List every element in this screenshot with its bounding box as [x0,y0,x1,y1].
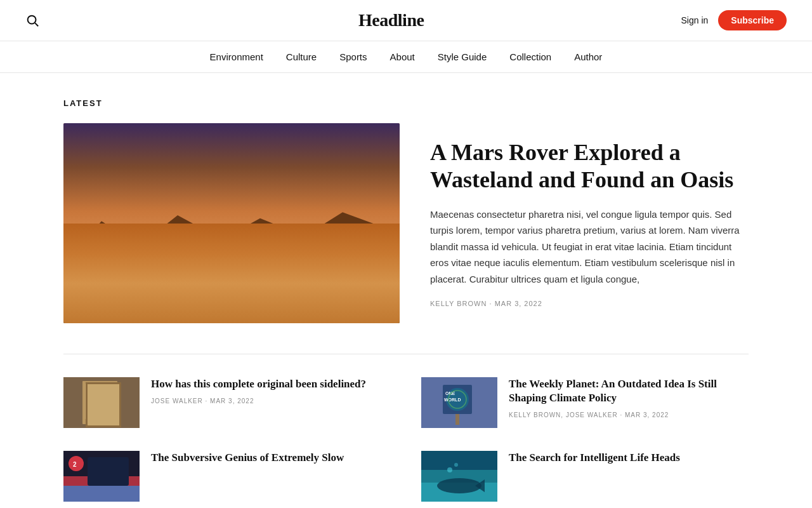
header: Headline Sign in Subscribe [0,0,812,41]
article-date: MAR 3, 2022 [210,398,254,404]
section-label: LATEST [63,98,749,108]
article-thumb-climate: ONE WORLD [421,377,497,428]
subscribe-button[interactable]: Subscribe [718,10,787,30]
header-actions: Sign in Subscribe [681,10,787,30]
featured-dot: · [490,300,492,307]
nav-item-about[interactable]: About [390,51,415,62]
section-divider [63,354,749,354]
nav-item-environment[interactable]: Environment [210,51,263,62]
article-dot: · [620,411,625,418]
nav-item-collection[interactable]: Collection [509,51,551,62]
article-thumb-slow: 2 [63,451,140,502]
article-info: The Weekly Planet: An Outdated Idea Is S… [509,377,749,418]
svg-point-25 [437,478,481,493]
svg-point-7 [93,387,108,405]
featured-author: KELLY BROWN [430,300,487,307]
nav-item-author[interactable]: Author [574,51,602,62]
svg-rect-4 [63,377,140,428]
svg-text:2: 2 [73,461,77,468]
article-info: How has this complete original been side… [151,377,391,404]
article-thumb-space [421,451,497,502]
nav-item-sports[interactable]: Sports [339,51,367,62]
nav-item-culture[interactable]: Culture [286,51,317,62]
article-grid: How has this complete original been side… [63,377,749,508]
article-item: The Search for Intelligent Life Heads [421,451,749,508]
featured-article: A Mars Rover Explored a Wasteland and Fo… [63,123,749,323]
svg-rect-5 [82,381,117,424]
article-item: How has this complete original been side… [63,377,391,451]
search-icon[interactable] [25,13,39,27]
article-meta: KELLY BROWN, JOSE WALKER · MAR 3, 2022 [509,411,749,418]
article-thumbnail[interactable] [421,451,497,502]
article-dot: · [206,398,211,404]
article-item: 2 The Subversive Genius of Extremely Slo… [63,451,391,508]
featured-date: MAR 3, 2022 [495,300,542,307]
article-meta: JOSE WALKER · MAR 3, 2022 [151,398,391,404]
featured-excerpt: Maecenas consectetur pharetra nisi, vel … [430,206,749,288]
article-date: MAR 3, 2022 [625,411,669,418]
featured-content: A Mars Rover Explored a Wasteland and Fo… [430,123,749,323]
svg-rect-8 [95,405,105,418]
svg-rect-18 [63,486,140,502]
svg-rect-6 [85,384,115,419]
svg-text:WORLD: WORLD [444,398,461,402]
main-nav: Environment Culture Sports About Style G… [0,41,812,73]
logo-area: Headline [102,10,681,30]
featured-title[interactable]: A Mars Rover Explored a Wasteland and Fo… [430,139,749,194]
article-title[interactable]: The Search for Intelligent Life Heads [509,451,749,465]
svg-point-0 [28,16,36,24]
main-content: LATEST A Mars Rover Explored a Wasteland… [25,73,787,508]
featured-meta: KELLY BROWN · MAR 3, 2022 [430,300,749,307]
article-author: JOSE WALKER [151,398,203,404]
featured-image[interactable] [63,123,400,323]
article-thumbnail[interactable]: 2 [63,451,140,502]
site-title[interactable]: Headline [358,10,424,30]
svg-rect-21 [88,457,129,486]
article-author: KELLY BROWN, JOSE WALKER [509,411,618,418]
article-title[interactable]: How has this complete original been side… [151,377,391,391]
svg-point-27 [447,467,452,472]
svg-line-1 [35,23,38,26]
article-info: The Subversive Genius of Extremely Slow [151,451,391,471]
article-title[interactable]: The Weekly Planet: An Outdated Idea Is S… [509,377,749,405]
article-thumbnail[interactable]: ONE WORLD [421,377,497,428]
article-thumbnail[interactable] [63,377,140,428]
svg-point-28 [454,463,458,467]
article-info: The Search for Intelligent Life Heads [509,451,749,471]
article-thumb-painting [63,377,140,428]
sign-in-link[interactable]: Sign in [681,15,708,25]
article-title[interactable]: The Subversive Genius of Extremely Slow [151,451,391,465]
nav-item-style-guide[interactable]: Style Guide [438,51,487,62]
search-area [25,13,102,27]
article-item: ONE WORLD The Weekly Planet: An Outdated… [421,377,749,451]
